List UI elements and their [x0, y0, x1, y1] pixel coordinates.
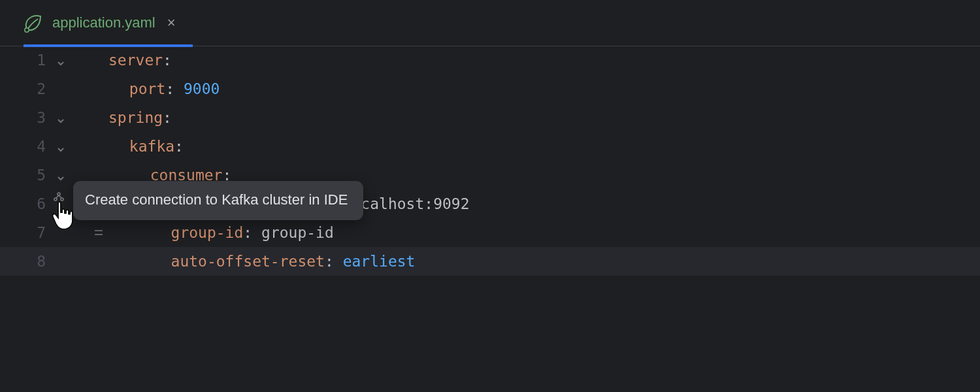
code-text: port: 9000 — [108, 80, 220, 97]
line-number: 1 — [20, 52, 46, 69]
line-number: 7 — [20, 224, 46, 241]
tooltip-text: Create connection to Kafka cluster in ID… — [85, 191, 348, 208]
chevron-down-icon — [56, 141, 66, 152]
fold-toggle[interactable] — [46, 141, 76, 152]
code-text: server: — [108, 52, 172, 69]
gutter-tooltip[interactable]: Create connection to Kafka cluster in ID… — [73, 181, 363, 220]
tab-filename: application.yaml — [52, 14, 155, 31]
code-line[interactable]: 3spring: — [0, 103, 980, 132]
code-line[interactable]: 7group-id: group-id — [0, 218, 980, 247]
code-text: spring: — [108, 109, 172, 126]
line-number: 6 — [20, 195, 46, 212]
svg-point-5 — [54, 198, 57, 201]
svg-point-6 — [61, 198, 63, 201]
fold-toggle[interactable] — [46, 170, 76, 180]
kafka-connect-gutter-icon[interactable] — [51, 189, 67, 205]
inlay-hint-icon — [89, 227, 108, 238]
fold-toggle[interactable] — [46, 112, 76, 123]
code-line[interactable]: 8auto-offset-reset: earliest — [0, 247, 980, 276]
code-line[interactable]: 2port: 9000 — [0, 74, 980, 103]
line-number: 3 — [20, 109, 46, 126]
chevron-down-icon — [56, 55, 66, 65]
code-line[interactable]: 4kafka: — [0, 132, 980, 161]
line-number: 4 — [20, 138, 46, 155]
svg-point-4 — [57, 193, 60, 195]
code-text: kafka: — [108, 138, 184, 155]
code-text: group-id: group-id — [108, 224, 334, 241]
chevron-down-icon — [56, 170, 66, 180]
fold-toggle[interactable] — [46, 55, 76, 65]
line-number: 5 — [20, 167, 46, 184]
tab-bar: application.yaml × — [0, 0, 980, 46]
code-line[interactable]: 1server: — [0, 46, 980, 74]
spring-leaf-icon — [22, 12, 43, 33]
editor-tab[interactable]: application.yaml × — [18, 0, 188, 46]
line-number: 2 — [20, 80, 46, 97]
chevron-down-icon — [56, 112, 66, 123]
close-icon[interactable]: × — [167, 14, 176, 31]
line-number: 8 — [20, 253, 46, 270]
code-text: auto-offset-reset: earliest — [108, 253, 415, 270]
